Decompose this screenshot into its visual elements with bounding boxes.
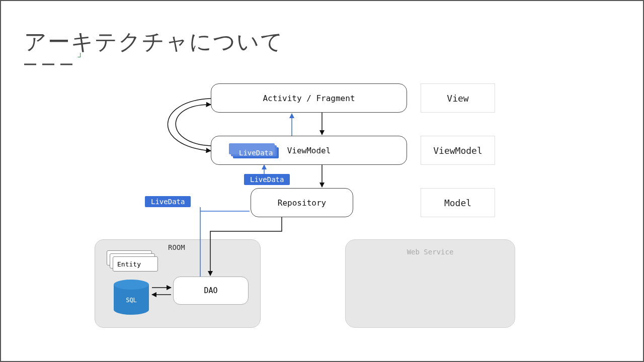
activity-fragment-box: Activity / Fragment (211, 83, 407, 113)
livedata-tag-dao: LiveData (145, 196, 191, 207)
corner-mark-icon: ┘ (78, 53, 83, 61)
livedata-tag-repository: LiveData (244, 174, 290, 185)
layer-label-model: Model (421, 188, 495, 217)
title-underline (24, 60, 85, 68)
room-title: ROOM (168, 243, 185, 251)
dao-box: DAO (173, 277, 249, 305)
repository-box-label: Repository (278, 198, 326, 208)
entity-card-front: Entity (113, 256, 158, 272)
web-service-container: Web Service (345, 239, 515, 328)
page-title: アーキテクチャについて (24, 27, 284, 57)
livedata-tag-viewmodel: LiveData (233, 147, 279, 158)
viewmodel-box-label: ViewModel (287, 146, 331, 155)
web-service-label: Web Service (346, 248, 515, 256)
activity-fragment-label: Activity / Fragment (263, 94, 355, 103)
layer-label-viewmodel: ViewModel (421, 136, 495, 165)
layer-label-view: View (421, 83, 495, 113)
repository-box: Repository (251, 188, 353, 217)
